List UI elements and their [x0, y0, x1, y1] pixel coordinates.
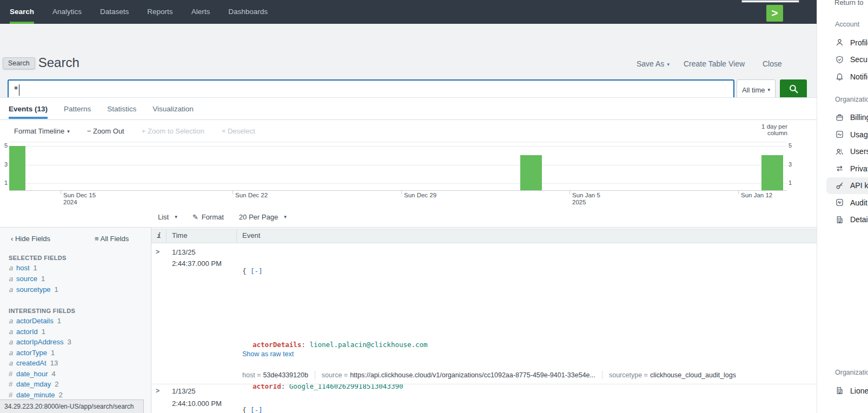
nav-item-dashboards[interactable]: Dashboards — [228, 0, 268, 24]
field-item[interactable]: a actorIpAddress 3 — [9, 337, 147, 348]
menu-item-icon — [835, 113, 844, 122]
json-value[interactable]: lionel.palacin@clickhouse.com — [309, 341, 427, 349]
tab-events[interactable]: Events (13) — [9, 98, 48, 120]
panel-item-notifications[interactable]: Notifications — [826, 68, 868, 85]
splunk-logo-icon[interactable]: > — [766, 5, 783, 22]
field-type-prefix: a — [9, 359, 16, 367]
results-tabs: Events (13) Patterns Statistics Visualiz… — [9, 98, 194, 120]
field-type-prefix: a — [9, 338, 16, 346]
view-type-dropdown[interactable]: List — [158, 213, 177, 221]
nav-item-alerts[interactable]: Alerts — [191, 0, 210, 24]
event-time: 2:44:10.000 PM — [172, 399, 222, 408]
x-axis-tick — [61, 190, 61, 194]
chevron-left-icon: ‹ — [11, 235, 15, 243]
show-raw-text-link[interactable]: Show as raw text — [242, 350, 294, 358]
meta-value: clickhouse_cloud_audit_logs — [650, 371, 736, 379]
field-item[interactable]: a actorId 1 — [9, 327, 147, 337]
field-item[interactable]: a host 1 — [9, 262, 147, 273]
panel-item-details[interactable]: Details — [826, 211, 868, 229]
field-item[interactable]: a actorDetails 1 — [9, 316, 147, 327]
hide-fields-button[interactable]: ‹ Hide Fields — [11, 235, 50, 243]
event-expander[interactable]: > — [156, 248, 160, 256]
menu-item-icon — [835, 147, 844, 156]
x-axis-tick — [738, 190, 739, 194]
column-header-time: Time — [172, 231, 187, 239]
create-table-view-button[interactable]: Create Table View — [684, 59, 745, 68]
panel-item-users[interactable]: Users — [826, 143, 868, 161]
nav-item-search[interactable]: Search — [10, 0, 34, 24]
panel-item-billing[interactable]: Billing — [826, 109, 868, 126]
per-page-dropdown[interactable]: 20 Per Page — [239, 213, 287, 221]
field-count: 3 — [67, 338, 71, 346]
field-type-prefix: a — [9, 264, 16, 272]
tab-patterns[interactable]: Patterns — [64, 98, 91, 120]
collapse-toggle[interactable]: [-] — [250, 267, 263, 275]
panel-item-usage[interactable]: Usage — [826, 126, 868, 143]
field-item[interactable]: # date_mday 2 — [9, 379, 147, 390]
results-tabs-row: Events (13) Patterns Statistics Visualiz… — [0, 97, 817, 120]
field-count: 1 — [42, 328, 45, 336]
zoom-to-selection-button[interactable]: + Zoom to Selection — [142, 127, 204, 135]
panel-item-organization-lionel[interactable]: Lionel — [826, 382, 868, 399]
timeline-scale-note: 1 day per column — [740, 123, 787, 136]
field-item[interactable]: a sourcetype 1 — [9, 284, 147, 295]
collapse-toggle[interactable]: [-] — [250, 406, 263, 413]
timeline-bar[interactable] — [520, 155, 542, 190]
format-button[interactable]: ✎Format — [193, 213, 224, 221]
panel-item-private-endpoints[interactable]: Private Endpoints — [826, 160, 868, 177]
return-to-link[interactable]: Return to — [834, 0, 863, 6]
column-header-info: i — [157, 231, 161, 239]
field-item[interactable]: a createdAt 13 — [9, 358, 147, 369]
x-axis-line — [9, 190, 787, 191]
field-type-prefix: a — [9, 349, 16, 357]
menu-item-icon — [835, 215, 844, 224]
zoom-out-button[interactable]: − Zoom Out — [87, 127, 124, 135]
timeline-bar[interactable] — [761, 155, 783, 190]
nav-item-datasets[interactable]: Datasets — [100, 0, 129, 24]
field-name: actorType — [16, 349, 47, 357]
field-count: 1 — [41, 275, 45, 283]
timeline-toolbar: Format Timeline − Zoom Out + Zoom to Sel… — [14, 120, 255, 142]
nav-item-reports[interactable]: Reports — [147, 0, 173, 24]
organization-items: Billing Usage Users Private Endpoints — [817, 109, 868, 229]
event-meta-field[interactable]: sourcetypeclickhouse_cloud_audit_logs — [602, 371, 736, 379]
field-type-prefix: # — [9, 391, 16, 399]
menu-item-label: Notifications — [850, 72, 868, 81]
field-name: date_hour — [16, 370, 48, 378]
all-fields-button[interactable]: ≡ All Fields — [95, 235, 129, 243]
meta-value: https://api.clickhouse.cloud/v1/organiza… — [350, 371, 595, 379]
panel-item-profile[interactable]: Profile — [826, 34, 868, 51]
field-name: actorDetails — [16, 317, 54, 325]
list-icon: ≡ — [95, 235, 100, 243]
y-axis-label: 5 — [789, 142, 795, 149]
event-date: 1/13/25 — [172, 387, 195, 395]
field-item[interactable]: a source 1 — [9, 273, 147, 284]
event-expander[interactable]: > — [156, 387, 160, 395]
field-count: 1 — [34, 264, 37, 272]
tab-visualization[interactable]: Visualization — [153, 98, 194, 120]
save-as-button[interactable]: Save As — [637, 59, 670, 68]
field-item[interactable]: a actorType 1 — [9, 348, 147, 358]
field-item[interactable]: # date_hour 4 — [9, 369, 147, 379]
menu-item-label: Details — [850, 215, 868, 224]
field-count: 4 — [52, 370, 56, 378]
y-axis-label: 5 — [1, 142, 8, 149]
close-button[interactable]: Close — [763, 59, 782, 68]
format-timeline-button[interactable]: Format Timeline — [14, 127, 70, 135]
nav-item-analytics[interactable]: Analytics — [52, 0, 82, 24]
panel-item-api-keys[interactable]: API keys — [826, 177, 868, 195]
column-header-event: Event — [242, 231, 260, 239]
field-item[interactable]: # date_minute 2 — [9, 390, 147, 401]
tab-statistics[interactable]: Statistics — [107, 98, 136, 120]
event-meta-field[interactable]: host53de4339120b — [242, 371, 308, 379]
text-caret — [19, 84, 19, 96]
timeline-bar[interactable] — [9, 146, 25, 190]
deselect-button[interactable]: × Deselect — [222, 127, 255, 135]
pencil-icon: ✎ — [193, 213, 198, 221]
menu-item-icon — [835, 130, 844, 139]
event-meta-field[interactable]: sourcehttps://api.clickhouse.cloud/v1/or… — [315, 371, 595, 379]
json-key[interactable]: actorDetails — [253, 341, 301, 349]
selected-fields-list: a host 1 a source 1 a sourcetype 1 — [9, 262, 147, 295]
panel-item-audit[interactable]: Audit — [826, 194, 868, 211]
panel-item-security[interactable]: Security — [826, 51, 868, 69]
